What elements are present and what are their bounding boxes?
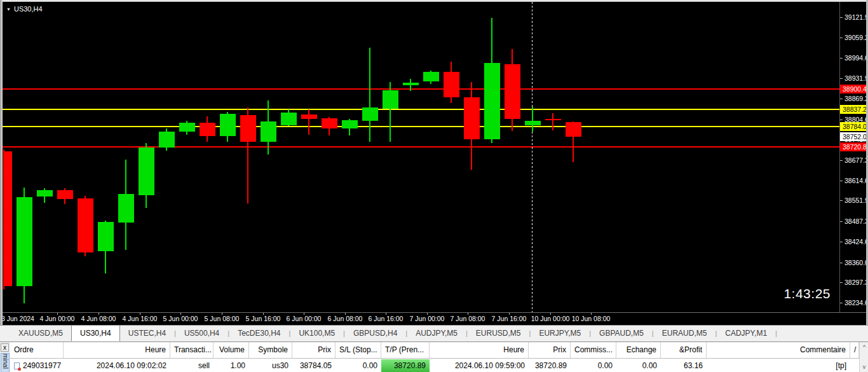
chart-tab-bar: XAUUSD,M5US30,H4USTEC,H4|US500,H4|TecDE3… [0, 325, 868, 341]
column-header-2: Transacti... [170, 342, 214, 358]
tab-us500-h4[interactable]: US500,H4 [176, 326, 227, 341]
tab-gbpaud-m5[interactable]: GBPAUD,M5 [591, 326, 652, 341]
time-label: 3 Jun 2024 [1, 315, 34, 322]
tab-eurjpy-m5[interactable]: EURJPY,M5 [531, 326, 589, 341]
price-tick: 38869.20 [840, 95, 868, 103]
tab-uk100-m5[interactable]: UK100,M5 [290, 326, 343, 341]
candle-bull [220, 114, 236, 136]
chart-symbol-label: ▼ US30,H4 [6, 5, 43, 13]
table-row[interactable]: 2490319772024.06.10 09:02:02sell1.00us30… [10, 359, 859, 372]
candle-wick [532, 107, 533, 132]
hline-38900.40[interactable] [3, 88, 839, 90]
candle-bear [464, 97, 480, 139]
candle-bull [17, 197, 32, 286]
tab-tecde30-h4[interactable]: TecDE30,H4 [229, 326, 288, 341]
candle-bear [545, 119, 561, 120]
candle-wick [552, 113, 553, 130]
time-tick [140, 313, 140, 315]
candle-bull [403, 83, 419, 85]
tab-ustec-h4[interactable]: USTEC,H4 [120, 326, 174, 341]
hline-38720.89[interactable] [3, 146, 839, 148]
candle-bear [301, 114, 317, 119]
price-tick: 38551.90 [840, 196, 868, 205]
price-tick: 38360.00 [840, 259, 868, 267]
column-header-13: Commentaire [707, 342, 850, 358]
candle-bear [240, 115, 256, 142]
price-tick: 38487.30 [840, 217, 868, 226]
column-header-11: Echange [616, 342, 661, 358]
tab-xauusd-m5[interactable]: XAUUSD,M5 [10, 326, 71, 341]
hline-38784.05[interactable] [3, 126, 839, 127]
price-badge-38837.24: 38837.24 [840, 105, 868, 114]
time-tick [386, 313, 386, 315]
period-separator-line [532, 2, 532, 312]
price-tick: 38297.30 [840, 279, 868, 287]
time-label: 5 Jun 08:00 [205, 315, 240, 322]
price-badge-38900.40: 38900.40 [840, 85, 868, 93]
price-badge-38784.05: 38784.05 [840, 122, 868, 131]
time-label: 6 Jun 16:00 [369, 315, 403, 322]
candle-bull [281, 113, 297, 125]
time-label: 6 Jun 08:00 [328, 315, 363, 322]
time-label: 4 Jun 08:00 [81, 315, 116, 322]
tab-eurusd-m5[interactable]: EURUSD,M5 [468, 326, 529, 341]
column-header-14: / [850, 342, 859, 358]
price-tick: 38234.60 [840, 299, 868, 307]
candle-bull [139, 148, 154, 195]
cell-6: 0.00 [336, 359, 381, 372]
candle-bear [566, 122, 581, 137]
chart-canvas[interactable] [0, 0, 868, 325]
candle-bull [362, 107, 378, 121]
column-header-10: Commiss... [571, 342, 616, 358]
price-axis[interactable]: 39121.9039059.2038994.6038931.9038869.20… [839, 2, 868, 312]
candle-bull [342, 120, 358, 128]
candle-wick [308, 109, 309, 135]
scroll-up-icon[interactable]: ^ [860, 343, 868, 352]
column-header-12: &Profit [661, 342, 707, 358]
time-label: 6 Jun 00:00 [287, 315, 322, 322]
tab-separator: | [775, 326, 777, 341]
time-tick [591, 313, 592, 315]
cell-5: 38784.05 [292, 359, 336, 372]
candle-bull [484, 63, 500, 139]
column-header-9: Prix [529, 342, 571, 358]
time-label: 7 Jun 00:00 [410, 315, 445, 322]
cell-4: us30 [249, 359, 292, 372]
chart-panel[interactable]: ▼ US30,H4 1:43:25 39121.9039059.2038994.… [0, 0, 868, 325]
price-badge-38720.89: 38720.89 [840, 142, 868, 151]
close-terminal-button[interactable]: x [1, 343, 9, 352]
candle-bull [179, 123, 195, 132]
time-axis[interactable]: 3 Jun 20244 Jun 00:004 Jun 08:004 Jun 16… [3, 312, 868, 325]
hline-38837.24[interactable] [3, 109, 839, 110]
cell-12: 63.16 [661, 359, 707, 372]
tab-euraud-m5[interactable]: EURAUD,M5 [654, 326, 715, 341]
column-header-8: Heure [430, 342, 529, 358]
tab-us30-h4[interactable]: US30,H4 [71, 325, 120, 341]
price-badge-38752.06: 38752.06 [840, 132, 868, 141]
candle-bull [37, 190, 53, 196]
tab-audjpy-m5[interactable]: AUDJPY,M5 [407, 326, 466, 341]
terminal-tab-vertical[interactable]: minal [1, 353, 10, 372]
candle-bull [525, 121, 541, 125]
price-tick: 38424.60 [840, 238, 868, 246]
chart-symbol-text: US30,H4 [14, 5, 43, 13]
column-header-0: Ordre [10, 342, 64, 358]
column-header-3: Volume [214, 342, 249, 358]
time-label: 10 Jun 08:00 [572, 315, 611, 322]
candle-countdown-timer: 1:43:25 [783, 286, 831, 301]
scroll-down-icon[interactable]: v [860, 362, 868, 371]
candle-bear [78, 198, 93, 252]
price-tick: 38677.30 [840, 156, 868, 165]
window-border-top [0, 0, 868, 2]
tab-cadjpy-m1[interactable]: CADJPY,M1 [717, 326, 775, 341]
column-header-6: S/L (Stop... [336, 342, 381, 358]
terminal-scrollbar[interactable]: ^ v [859, 342, 868, 372]
window-border-left [0, 0, 3, 325]
candle-bear [322, 118, 337, 128]
cell-14 [850, 359, 859, 372]
cell-8: 2024.06.10 09:59:00 [430, 359, 529, 372]
cell-2: sell [170, 359, 214, 372]
mt4-window: ▼ US30,H4 1:43:25 39121.9039059.2038994.… [0, 0, 868, 372]
tab-gbpusd-h4[interactable]: GBPUSD,H4 [345, 326, 405, 341]
candle-wick [369, 48, 370, 142]
